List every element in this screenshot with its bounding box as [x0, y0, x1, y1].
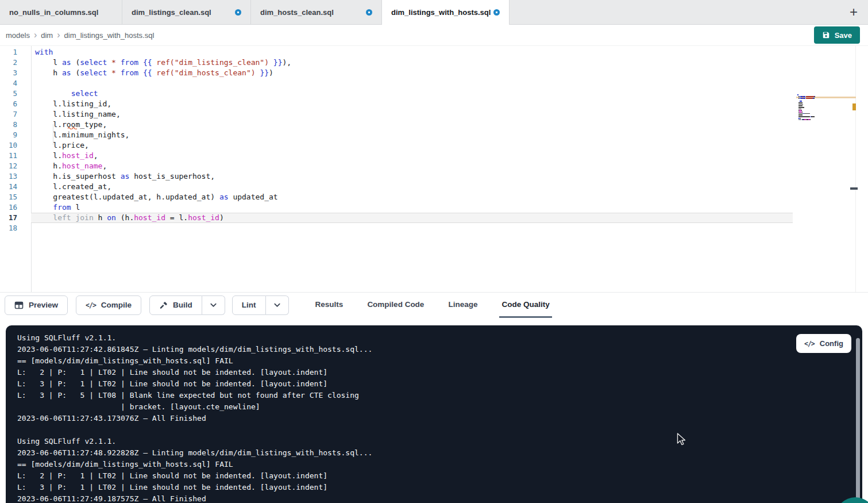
preview-button[interactable]: Preview [5, 295, 68, 315]
config-label: Config [820, 339, 843, 348]
tab-file[interactable]: no_nulls_in_columns.sql [0, 0, 122, 24]
build-button[interactable]: Build [149, 295, 202, 315]
code-token: as [219, 193, 229, 201]
code-line[interactable]: 15 greatest(l.updated_at, h.updated_at) … [0, 192, 793, 202]
tab-label: dim_listings_with_hosts.sql [391, 8, 491, 17]
code-line[interactable]: 6 l.listing_id, [0, 99, 793, 109]
save-label: Save [835, 31, 852, 40]
tab-label: dim_hosts_clean.sql [260, 8, 334, 17]
code-text: l.room_type, [31, 120, 793, 130]
line-number: 11 [0, 151, 31, 161]
code-text [31, 223, 793, 233]
breadcrumb-item[interactable]: models [6, 31, 30, 40]
code-token: host_name [62, 162, 102, 170]
breadcrumb-item[interactable]: dim_listings_with_hosts.sql [64, 31, 155, 40]
code-line[interactable]: 5 select [0, 89, 793, 99]
lint-output-terminal[interactable]: Using SQLFluff v2.1.1.2023-06-06T11:27:4… [6, 325, 862, 503]
line-number: 5 [0, 89, 31, 99]
compile-button[interactable]: </> Compile [76, 295, 141, 315]
code-token: as [62, 68, 71, 77]
chevron-down-icon [273, 301, 281, 309]
terminal-line: L: 2 | P: 1 | LT02 | Line should not be … [17, 367, 851, 378]
code-text: left join h on (h.host_id = l.host_id) [31, 213, 793, 223]
code-line[interactable]: 14 l.created_at, [0, 182, 793, 192]
tab-file[interactable]: dim_listings_with_hosts.sql [382, 0, 510, 25]
terminal-line: 2023-06-06T11:27:48.922828Z — Linting mo… [17, 447, 851, 459]
code-token: select [80, 58, 107, 67]
build-dropdown-button[interactable] [202, 295, 225, 315]
code-line[interactable]: 16 from l [0, 202, 793, 213]
breadcrumb-item[interactable]: dim [41, 31, 53, 40]
code-token: ( [71, 68, 80, 77]
code-line[interactable]: 10 l.price, [0, 140, 793, 151]
modified-dot-icon [366, 9, 372, 16]
line-number: 4 [0, 78, 31, 89]
minimap[interactable] [797, 94, 855, 122]
overview-cursor-marker [850, 187, 858, 190]
panel-tab-lineage[interactable]: Lineage [446, 293, 480, 318]
panel-tab-results[interactable]: Results [313, 293, 346, 318]
code-line[interactable]: 11 l.host_id, [0, 151, 793, 161]
code-line[interactable]: 12 h.host_name, [0, 161, 793, 171]
code-token: l [71, 203, 80, 212]
tab-file[interactable]: dim_listings_clean.sql [122, 0, 251, 24]
table-grid-icon [14, 301, 24, 310]
code-line[interactable]: 18 [0, 223, 793, 233]
line-number: 8 [0, 120, 31, 130]
minimap-line [797, 121, 855, 122]
code-line[interactable]: 3 h as (select * from {{ ref("dim_hosts_… [0, 68, 793, 78]
code-token: host_is_superhost, [129, 172, 215, 181]
code-text: h.host_name, [31, 161, 793, 171]
code-token: left join [53, 213, 93, 222]
code-line[interactable]: 1with [0, 47, 793, 57]
code-text: l.created_at, [31, 182, 793, 192]
code-line[interactable]: 9 l.minimum_nights, [0, 130, 793, 140]
terminal-line: == [models/dim/dim_listings_with_hosts.s… [17, 355, 851, 367]
code-line[interactable]: 2 l as (select * from {{ ref("dim_listin… [0, 57, 793, 68]
lint-button[interactable]: Lint [232, 295, 266, 315]
new-tab-button[interactable]: + [839, 5, 868, 19]
code-line[interactable]: 7 l.listing_name, [0, 109, 793, 120]
code-line[interactable]: 13 h.is_superhost as host_is_superhost, [0, 171, 793, 182]
lint-button-group: Lint [232, 295, 289, 315]
preview-label: Preview [29, 301, 58, 309]
chevron-down-icon [210, 301, 217, 309]
code-token [107, 58, 111, 67]
code-token: , [102, 162, 107, 170]
code-line[interactable]: 17 left join h on (h.host_id = l.host_id… [0, 213, 793, 223]
panel-tab-compiled-code[interactable]: Compiled Code [365, 293, 426, 318]
code-token: l. [35, 151, 62, 160]
code-token [116, 68, 121, 77]
code-token: from [53, 203, 71, 212]
code-token: ), [283, 58, 292, 67]
code-token: ) [269, 68, 273, 77]
line-number: 18 [0, 223, 31, 233]
code-token: select [80, 68, 107, 77]
build-label: Build [173, 301, 192, 309]
code-line[interactable]: 8 l.room_type, [0, 120, 793, 130]
terminal-line: L: 3 | P: 1 | LT02 | Line should not be … [17, 482, 851, 493]
line-number: 16 [0, 202, 31, 213]
panel-tab-code-quality[interactable]: Code Quality [499, 293, 551, 318]
code-token: as [62, 58, 71, 67]
code-editor[interactable]: 1with2 l as (select * from {{ ref("dim_l… [0, 46, 868, 292]
code-token: h [35, 68, 62, 77]
code-token [116, 58, 121, 67]
lint-warning-squiggle-icon [68, 121, 77, 132]
lint-dropdown-button[interactable] [266, 295, 289, 315]
tab-file[interactable]: dim_hosts_clean.sql [251, 0, 382, 24]
breadcrumb-separator: › [57, 30, 60, 40]
code-token: select [71, 89, 98, 98]
code-token: h [94, 213, 107, 222]
code-token [107, 68, 111, 77]
line-number: 1 [0, 47, 31, 57]
line-number: 9 [0, 130, 31, 140]
config-button[interactable]: </> Config [796, 334, 851, 353]
terminal-scrollbar[interactable] [856, 338, 860, 503]
save-button[interactable]: Save [814, 26, 860, 44]
code-token: on [107, 213, 116, 222]
code-line[interactable]: 4 [0, 78, 793, 89]
save-icon [822, 31, 830, 39]
code-text: with [31, 47, 793, 57]
code-token: ref("dim_hosts_clean") [156, 68, 255, 77]
